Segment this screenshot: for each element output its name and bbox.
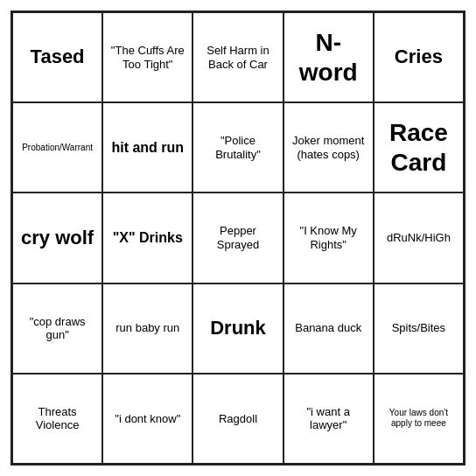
bingo-cell-r4c0: Threats Violence [12, 374, 102, 464]
bingo-cell-r3c4: Spits/Bites [374, 284, 464, 374]
bingo-cell-r1c0: Probation/Warrant [12, 102, 102, 192]
bingo-cell-r3c0: "cop draws gun" [12, 284, 102, 374]
bingo-cell-r2c2: Pepper Sprayed [192, 192, 283, 283]
bingo-cell-r2c4: dRuNk/HiGh [374, 192, 464, 283]
bingo-cell-r1c2: "Police Brutality" [192, 102, 283, 192]
bingo-board: Tased"The Cuffs Are Too Tight"Self Harm … [10, 10, 466, 466]
bingo-cell-r1c3: Joker moment (hates cops) [284, 102, 374, 192]
bingo-cell-r0c2: Self Harm in Back of Car [192, 12, 283, 102]
bingo-cell-r1c4: Race Card [374, 102, 464, 192]
bingo-cell-r0c0: Tased [12, 12, 102, 102]
bingo-cell-r2c0: cry wolf [12, 192, 102, 283]
bingo-cell-r3c2: Drunk [192, 284, 283, 374]
bingo-cell-r2c1: "X" Drinks [102, 192, 192, 283]
bingo-cell-r0c1: "The Cuffs Are Too Tight" [102, 12, 192, 102]
bingo-cell-r4c2: Ragdoll [192, 374, 283, 464]
bingo-cell-r4c4: Your laws don't apply to meee [374, 374, 464, 464]
bingo-cell-r0c4: Cries [374, 12, 464, 102]
bingo-cell-r4c1: "i dont know" [102, 374, 192, 464]
bingo-cell-r3c1: run baby run [102, 284, 192, 374]
bingo-cell-r4c3: "i want a lawyer" [284, 374, 374, 464]
bingo-cell-r1c1: hit and run [102, 102, 192, 192]
bingo-cell-r2c3: "I Know My Rights" [284, 192, 374, 283]
bingo-cell-r0c3: N-word [284, 12, 374, 102]
bingo-cell-r3c3: Banana duck [284, 284, 374, 374]
